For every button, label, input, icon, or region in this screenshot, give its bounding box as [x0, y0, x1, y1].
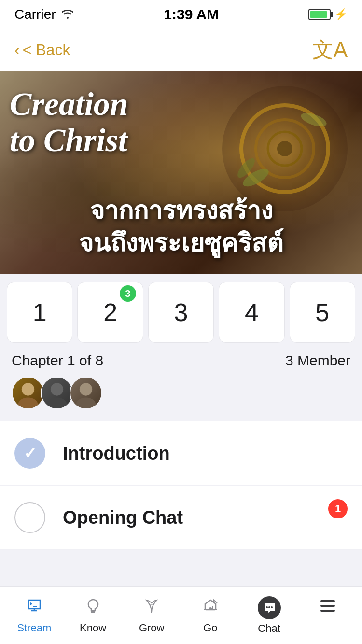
nav-bar: ‹ < Back 文A: [0, 29, 362, 71]
status-time: 1:39 AM: [164, 6, 219, 23]
chapter-tab-2[interactable]: 2 3: [77, 282, 143, 343]
tab-item-know[interactable]: Know: [64, 592, 123, 638]
avatar-3: [70, 377, 102, 409]
tab-item-go[interactable]: Go: [181, 592, 240, 638]
member-avatars: [0, 377, 362, 421]
chapter-tab-5[interactable]: 5: [290, 282, 355, 343]
battery-indicator: ⚡: [308, 8, 348, 21]
hero-image: Creation to Christ จากการทรงสร้าง จนถึงพ…: [0, 71, 362, 274]
lesson-title-introduction: Introduction: [63, 443, 170, 464]
chapter-tab-3[interactable]: 3: [148, 282, 214, 343]
svg-point-18: [268, 606, 270, 608]
member-label: 3 Member: [285, 352, 350, 369]
translate-icon[interactable]: 文A: [312, 36, 348, 64]
hero-title-thai: จากการทรงสร้าง จนถึงพระเยซูคริสต์: [0, 195, 362, 260]
svg-point-11: [47, 397, 67, 409]
grow-label: Grow: [139, 622, 165, 634]
charging-icon: ⚡: [334, 8, 348, 21]
svg-point-13: [76, 397, 96, 409]
know-icon: [84, 596, 102, 619]
chapter-tab-label-2: 2: [103, 298, 117, 327]
back-label[interactable]: < Back: [23, 41, 70, 59]
opening-chat-badge: 1: [328, 499, 348, 518]
lesson-list: ✓ Introduction Opening Chat 1: [0, 421, 362, 550]
tab-item-grow[interactable]: Grow: [122, 592, 181, 638]
checkmark-icon: ✓: [24, 444, 37, 462]
stream-icon: [25, 596, 43, 619]
svg-point-16: [209, 607, 212, 610]
know-label: Know: [80, 622, 106, 634]
svg-point-8: [22, 383, 34, 395]
battery-icon: [308, 9, 331, 20]
tab-item-menu[interactable]: -: [298, 594, 357, 637]
chapter-2-badge: 3: [120, 285, 136, 302]
chat-label: Chat: [258, 622, 280, 635]
tab-item-stream[interactable]: Stream: [5, 592, 64, 638]
svg-rect-22: [320, 610, 335, 612]
carrier-info: Carrier: [14, 7, 74, 22]
svg-point-10: [51, 383, 63, 395]
back-button[interactable]: ‹ < Back: [14, 41, 70, 59]
chapter-tab-label-5: 5: [315, 298, 329, 327]
chapter-tab-label-3: 3: [174, 298, 188, 327]
back-chevron-icon: ‹: [14, 41, 20, 59]
menu-icon: [319, 598, 337, 618]
tab-item-chat[interactable]: Chat: [240, 592, 299, 639]
svg-rect-14: [33, 606, 37, 607]
chapter-label: Chapter 1 of 8: [12, 352, 103, 369]
svg-point-19: [271, 606, 273, 608]
grow-icon: [142, 596, 161, 619]
svg-point-17: [266, 606, 268, 608]
chapter-tabs: 1 2 3 3 4 5: [7, 282, 355, 343]
svg-point-9: [18, 397, 38, 409]
avatar-2: [41, 377, 73, 409]
tab-bar: Stream Know Grow: [0, 586, 362, 644]
chapter-section: 1 2 3 3 4 5: [0, 274, 362, 343]
chapter-info: Chapter 1 of 8 3 Member: [0, 343, 362, 377]
svg-rect-20: [320, 600, 335, 602]
chapter-tab-label-4: 4: [245, 298, 259, 327]
status-bar: Carrier 1:39 AM ⚡: [0, 0, 362, 29]
go-icon: [201, 596, 220, 619]
lesson-check-opening-chat: [14, 502, 45, 533]
svg-point-12: [80, 383, 92, 395]
go-label: Go: [203, 622, 217, 634]
svg-point-4: [277, 141, 292, 156]
menu-label: -: [326, 621, 330, 633]
lesson-check-introduction: ✓: [14, 438, 45, 469]
chapter-tab-1[interactable]: 1: [7, 282, 72, 343]
stream-label: Stream: [17, 622, 51, 634]
chapter-tab-label-1: 1: [33, 298, 47, 327]
svg-rect-21: [320, 605, 335, 607]
lesson-item-introduction[interactable]: ✓ Introduction: [0, 421, 362, 486]
lesson-item-opening-chat[interactable]: Opening Chat 1: [0, 486, 362, 550]
chat-icon: [258, 596, 281, 619]
chapter-tab-4[interactable]: 4: [219, 282, 284, 343]
avatar-1: [12, 377, 44, 409]
carrier-label: Carrier: [14, 7, 56, 22]
hero-title-english: Creation to Christ: [10, 86, 128, 158]
wifi-icon: [61, 7, 74, 22]
lesson-title-opening-chat: Opening Chat: [63, 507, 183, 528]
